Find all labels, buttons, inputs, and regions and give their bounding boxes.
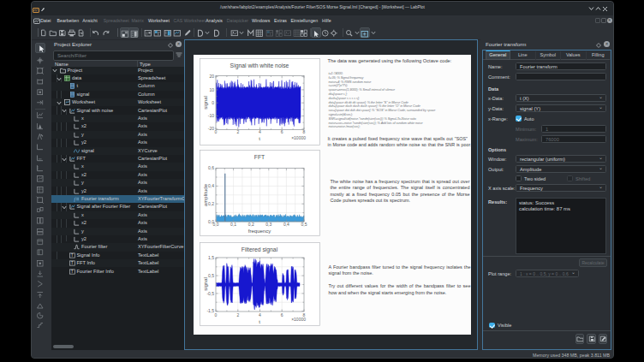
svg-text:0,6: 0,6 [208,165,214,170]
svg-text:2: 2 [236,129,239,134]
svg-text:f: f [74,197,76,202]
svg-text:0,1: 0,1 [230,222,236,227]
svg-text:T: T [70,253,73,258]
svg-text:-10: -10 [207,113,213,118]
svg-text:Signal with white noise: Signal with white noise [230,62,289,69]
svg-text:4: 4 [259,312,261,317]
svg-text:0: 0 [214,129,217,134]
svg-text:-1,5: -1,5 [206,308,214,313]
svg-text:amplitude: amplitude [203,183,208,206]
svg-text:1,5: 1,5 [208,255,214,260]
svg-text:T: T [70,270,73,274]
svg-text:0: 0 [214,312,217,317]
svg-text:×10000: ×10000 [291,135,306,140]
svg-text:signal: signal [203,277,208,291]
svg-text:signal: signal [203,96,208,110]
svg-text:Filtered signal: Filtered signal [241,246,277,253]
svg-text:0,2: 0,2 [208,201,214,206]
svg-text:0,2: 0,2 [247,222,253,227]
svg-text:8: 8 [302,129,305,134]
svg-text:0,3: 0,3 [265,222,271,227]
svg-text:2: 2 [236,312,239,317]
svg-text:0,4: 0,4 [283,222,289,227]
svg-text:6: 6 [280,312,283,317]
svg-text:20: 20 [209,74,214,79]
svg-text:0: 0 [212,100,214,105]
svg-text:0,5: 0,5 [301,222,307,227]
svg-text:×10000: ×10000 [291,317,306,322]
svg-text:FFT: FFT [253,154,264,160]
svg-text:10: 10 [209,87,214,92]
svg-text:0,4: 0,4 [208,183,214,188]
svg-text:0,0: 0,0 [208,219,214,224]
svg-text:6: 6 [280,129,283,134]
svg-text:-20: -20 [207,126,213,131]
svg-text:frequency: frequency [247,228,270,234]
svg-text:0,5: 0,5 [208,273,214,278]
svg-text:T: T [70,262,73,266]
svg-text:4: 4 [259,129,261,134]
